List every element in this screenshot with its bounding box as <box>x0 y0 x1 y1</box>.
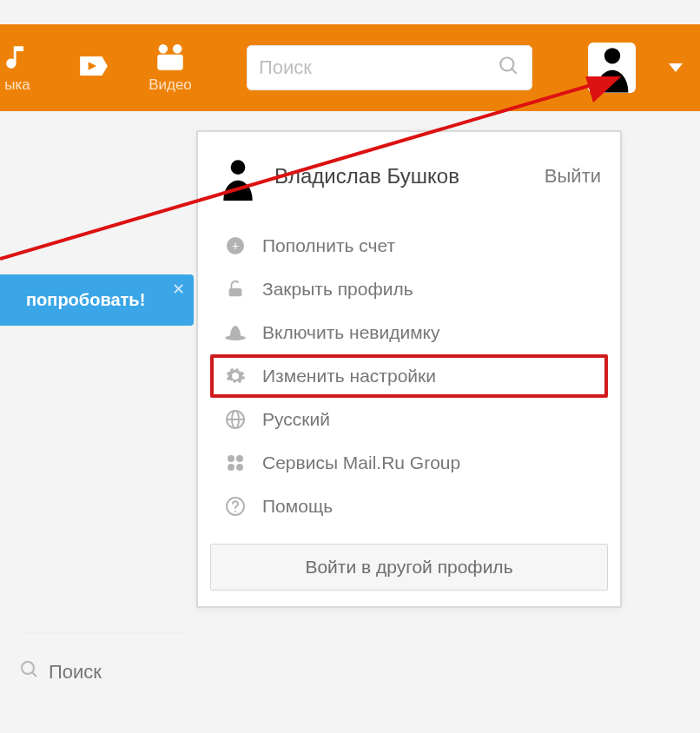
dropdown-header: Владислав Бушков Выйти <box>198 132 620 217</box>
svg-text:+: + <box>232 239 239 253</box>
svg-point-0 <box>159 44 168 53</box>
search-icon[interactable] <box>498 55 520 81</box>
svg-point-5 <box>604 48 619 63</box>
try-banner-label: попробовать! <box>26 290 145 309</box>
menu-help[interactable]: Помощь <box>210 485 608 528</box>
globe-icon <box>222 409 248 430</box>
dropdown-menu: + Пополнить счет Закрыть профиль Включит… <box>198 217 620 544</box>
help-icon <box>222 496 248 517</box>
svg-point-19 <box>236 464 243 471</box>
menu-invisible[interactable]: Включить невидимку <box>210 311 608 354</box>
avatar-icon <box>217 148 259 205</box>
menu-services[interactable]: Сервисы Mail.Ru Group <box>210 441 608 485</box>
profile-dropdown: Владислав Бушков Выйти + Пополнить счет … <box>196 130 622 608</box>
svg-point-1 <box>173 44 182 53</box>
svg-point-17 <box>236 455 243 462</box>
lock-icon <box>222 279 248 300</box>
search-icon <box>19 659 40 685</box>
bottom-search[interactable]: Поиск <box>19 632 184 685</box>
profile-caret-icon[interactable] <box>669 63 683 72</box>
video-icon <box>153 42 188 73</box>
menu-close-profile[interactable]: Закрыть профиль <box>210 267 608 311</box>
svg-rect-11 <box>229 288 242 296</box>
close-icon[interactable]: ✕ <box>172 280 185 299</box>
profile-avatar-button[interactable] <box>588 43 636 93</box>
nav-play[interactable] <box>68 50 120 85</box>
gear-icon <box>222 366 248 386</box>
topbar-search[interactable] <box>247 45 532 90</box>
try-banner[interactable]: попробовать! ✕ <box>0 274 194 326</box>
svg-point-8 <box>231 160 246 175</box>
svg-point-3 <box>500 57 513 70</box>
svg-point-16 <box>228 455 234 462</box>
nav-music[interactable]: ыка <box>0 42 43 94</box>
nav-label: ыка <box>4 76 30 94</box>
nav-label: Видео <box>149 76 192 94</box>
svg-rect-2 <box>157 55 182 70</box>
menu-language[interactable]: Русский <box>210 398 608 441</box>
menu-topup[interactable]: + Пополнить счет <box>210 224 608 267</box>
svg-point-6 <box>22 662 34 674</box>
logout-link[interactable]: Выйти <box>545 165 601 188</box>
nav-video[interactable]: Видео <box>144 42 196 94</box>
menu-label: Закрыть профиль <box>262 279 413 300</box>
menu-label: Изменить настройки <box>262 366 436 386</box>
bottom-search-label: Поиск <box>49 661 102 683</box>
menu-label: Сервисы Mail.Ru Group <box>262 452 460 473</box>
svg-point-18 <box>228 464 234 471</box>
search-input[interactable] <box>259 56 498 79</box>
svg-line-4 <box>512 69 516 73</box>
grid-icon <box>222 453 248 472</box>
play-tag-icon <box>77 50 110 82</box>
coins-icon: + <box>222 235 248 256</box>
menu-label: Русский <box>262 409 330 430</box>
svg-line-7 <box>32 672 36 677</box>
menu-label: Помощь <box>262 496 333 517</box>
login-other-profile-button[interactable]: Войти в другой профиль <box>210 544 608 591</box>
music-icon <box>3 42 32 73</box>
dropdown-footer: Войти в другой профиль <box>198 544 620 606</box>
user-name[interactable]: Владислав Бушков <box>274 164 529 188</box>
menu-label: Пополнить счет <box>262 235 395 256</box>
menu-settings[interactable]: Изменить настройки <box>210 354 608 398</box>
hat-icon <box>222 324 248 341</box>
svg-point-21 <box>234 511 236 512</box>
menu-label: Включить невидимку <box>262 322 440 343</box>
top-navbar: ыка Видео <box>0 24 700 111</box>
